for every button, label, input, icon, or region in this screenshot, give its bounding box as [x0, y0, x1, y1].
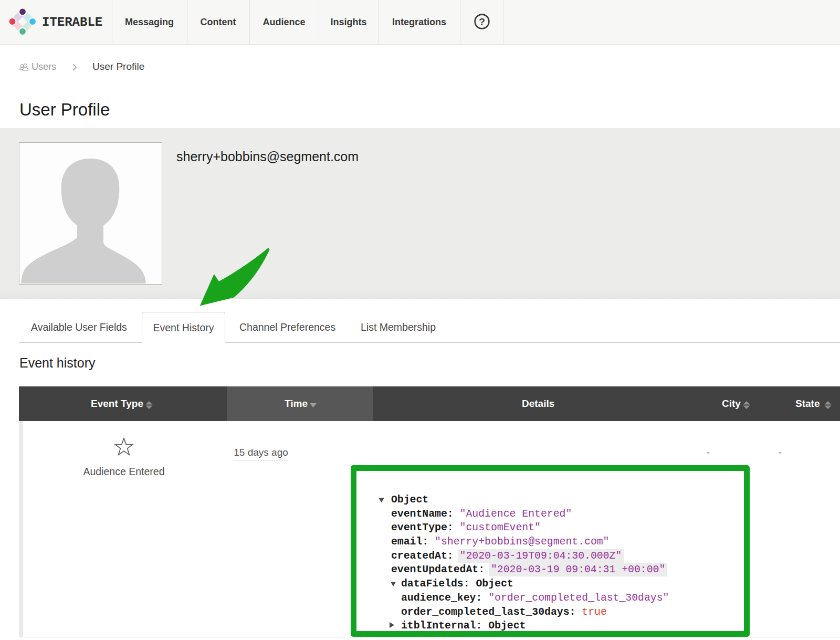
svg-text:?: ?	[479, 16, 485, 27]
